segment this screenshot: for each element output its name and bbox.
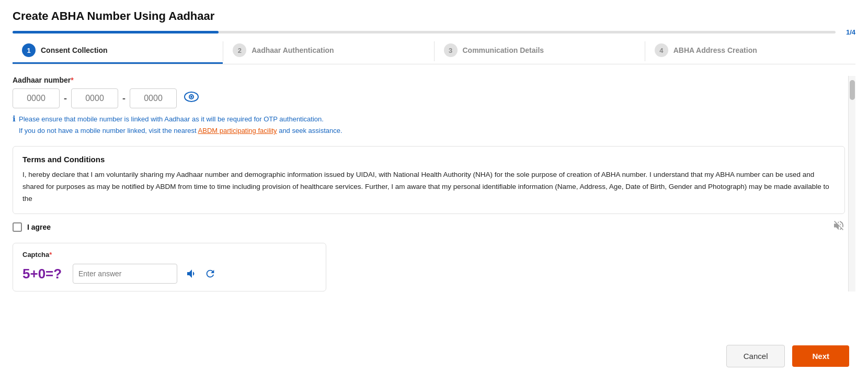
captcha-label: Captcha* (22, 251, 316, 259)
info-icon: ℹ (13, 114, 16, 123)
step-communication-details[interactable]: 3 Communication Details (435, 38, 645, 64)
progress-bar-wrap: 1/4 (13, 28, 855, 36)
aadhaar-fields: - - (13, 88, 845, 108)
terms-text: I, hereby declare that I am voluntarily … (22, 169, 835, 205)
progress-bar-fill (13, 31, 219, 33)
terms-box: Terms and Conditions I, hereby declare t… (13, 146, 845, 214)
captcha-required-star: * (49, 251, 52, 259)
info-block: ℹ Please ensure that mobile number is li… (13, 114, 845, 137)
captcha-refresh-button[interactable] (204, 268, 216, 279)
abdm-facility-link[interactable]: ABDM participating facility (198, 127, 277, 134)
step-aadhaar-auth[interactable]: 2 Aadhaar Authentication (223, 38, 433, 64)
captcha-volume-button[interactable] (186, 267, 198, 280)
toggle-visibility-icon[interactable] (184, 92, 199, 105)
next-button[interactable]: Next (792, 345, 849, 367)
aadhaar-input-1[interactable] (13, 88, 60, 108)
step-label-2: Aadhaar Authentication (252, 46, 334, 54)
step-num-2: 2 (233, 43, 246, 57)
step-label-1: Consent Collection (41, 46, 108, 54)
captcha-section: Captcha* 5+0=? (13, 243, 326, 291)
stepper: 1 Consent Collection 2 Aadhaar Authentic… (13, 38, 855, 64)
cancel-button[interactable]: Cancel (726, 345, 785, 367)
agree-row: I agree (13, 219, 845, 234)
scrollbar[interactable] (848, 76, 855, 291)
captcha-math: 5+0=? (22, 266, 64, 282)
step-num-1: 1 (22, 43, 36, 57)
agree-checkbox[interactable] (13, 222, 22, 232)
info-text: Please ensure that mobile number is link… (19, 114, 342, 137)
step-label-4: ABHA Address Creation (673, 46, 757, 54)
aadhaar-input-3[interactable] (130, 88, 177, 108)
step-label-3: Communication Details (463, 46, 544, 54)
page-title: Create ABHA Number Using Aadhaar (13, 9, 855, 23)
progress-label: 1/4 (841, 28, 855, 36)
svg-point-2 (190, 96, 192, 98)
step-num-4: 4 (655, 43, 668, 57)
captcha-answer-input[interactable] (73, 264, 177, 284)
scrollbar-thumb (850, 80, 855, 100)
step-num-3: 3 (444, 43, 458, 57)
main-content: Aadhaar number* - - ℹ Please ensure that… (13, 76, 855, 291)
step-consent-collection[interactable]: 1 Consent Collection (13, 38, 223, 64)
aadhaar-sep-2: - (122, 93, 125, 104)
captcha-icons (186, 267, 216, 280)
aadhaar-label: Aadhaar number* (13, 76, 845, 84)
progress-bar (13, 31, 836, 33)
step-abha-address[interactable]: 4 ABHA Address Creation (645, 38, 855, 64)
captcha-row: 5+0=? (22, 264, 316, 284)
agree-left: I agree (13, 222, 51, 232)
aadhaar-required-star: * (71, 76, 73, 84)
terms-title: Terms and Conditions (22, 155, 835, 164)
aadhaar-input-2[interactable] (71, 88, 118, 108)
mute-icon[interactable] (832, 219, 845, 234)
agree-label: I agree (27, 223, 51, 231)
footer-buttons: Cancel Next (726, 345, 849, 367)
aadhaar-sep-1: - (64, 93, 67, 104)
